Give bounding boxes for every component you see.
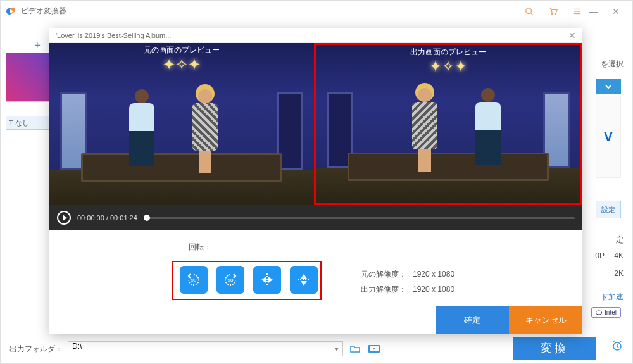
ok-button[interactable]: 確定 (436, 306, 509, 334)
svg-text:90: 90 (191, 277, 197, 283)
orig-res-label: 元の解像度： (361, 267, 411, 281)
cancel-button[interactable]: キャンセル (509, 306, 582, 334)
settings-button[interactable]: 設定 (596, 201, 621, 218)
chandelier-icon: ✦✧✦ (163, 56, 201, 73)
original-preview-title: 元の画面のプレビュー (49, 43, 314, 58)
video-thumbnail[interactable] (6, 53, 50, 102)
cart-icon[interactable] (549, 7, 558, 16)
preview-area: 元の画面のプレビュー ✦✧✦ 出力画面のプレビュー ✦✧✦ (49, 43, 582, 230)
playback-bar: 00:00:00 / 00:01:24 (49, 205, 582, 230)
scheduler-icon[interactable] (611, 339, 624, 355)
out-res-value: 1920 x 1080 (413, 282, 454, 296)
close-button[interactable]: ✕ (605, 6, 627, 16)
open-folder-icon[interactable] (348, 342, 362, 356)
original-preview: 元の画面のプレビュー ✦✧✦ (49, 43, 314, 205)
select-format-hint: を選択 (601, 59, 624, 70)
hw-accel[interactable]: ド加速 (601, 292, 624, 303)
format-dropdown-button[interactable] (596, 79, 621, 94)
orig-res-value: 1920 x 1080 (413, 267, 454, 281)
play-button[interactable] (57, 211, 71, 225)
seek-slider[interactable] (144, 217, 575, 219)
svg-point-2 (526, 8, 532, 13)
rotate-cw-90-button[interactable]: 90 (216, 266, 244, 294)
menu-icon[interactable] (573, 7, 582, 16)
merge-icon[interactable] (367, 342, 381, 356)
output-folder-label: 出力フォルダ： (9, 344, 63, 355)
dialog-footer: 確定 キャンセル (49, 306, 582, 334)
app-logo-icon (6, 6, 17, 17)
flip-horizontal-button[interactable] (253, 266, 281, 294)
app-title: ビデオ変換器 (21, 6, 525, 16)
svg-line-3 (531, 13, 534, 15)
controls-area: 回転： 90 90 元の解像度：1920 x 1080 出力解像度：1920 x… (49, 230, 582, 306)
dialog-title-bar: 'Lover' is 2019's Best-Selling Album... … (49, 28, 582, 43)
format-indicator[interactable]: V (596, 96, 621, 178)
title-bar: ビデオ変換器 — ✕ (1, 1, 632, 22)
res-4k[interactable]: 4K (614, 251, 624, 260)
title-actions (525, 7, 582, 16)
res-2k[interactable]: 2K (614, 269, 624, 278)
res-hint: 定 (616, 235, 624, 246)
svg-point-5 (555, 13, 556, 15)
output-preview-title: 出力画面のプレビュー (316, 45, 580, 60)
search-icon[interactable] (525, 7, 534, 16)
svg-point-9 (596, 311, 602, 315)
resolution-info: 元の解像度：1920 x 1080 出力解像度：1920 x 1080 (360, 266, 456, 298)
output-folder-input[interactable]: D:\▾ (68, 341, 343, 356)
intel-badge: Intel (591, 307, 621, 318)
subtitle-none-label[interactable]: T なし (6, 116, 50, 130)
dialog-title: 'Lover' is 2019's Best-Selling Album... (56, 32, 171, 39)
dialog-close-icon[interactable]: ✕ (568, 30, 576, 41)
rotate-section-label: 回転： (189, 242, 563, 253)
minimize-button[interactable]: — (582, 6, 605, 16)
time-display: 00:00:00 / 00:01:24 (77, 214, 137, 222)
flip-vertical-button[interactable] (290, 266, 318, 294)
output-preview: 出力画面のプレビュー ✦✧✦ (314, 43, 582, 205)
svg-point-4 (551, 13, 553, 15)
res-0p[interactable]: 0P (595, 251, 605, 260)
rotate-dialog: 'Lover' is 2019's Best-Selling Album... … (49, 28, 582, 334)
add-file-icon[interactable]: ＋ (32, 39, 42, 52)
convert-button[interactable]: 変換 (513, 337, 596, 360)
svg-text:90: 90 (228, 277, 234, 283)
rotate-ccw-90-button[interactable]: 90 (180, 266, 208, 294)
out-res-label: 出力解像度： (361, 282, 411, 296)
